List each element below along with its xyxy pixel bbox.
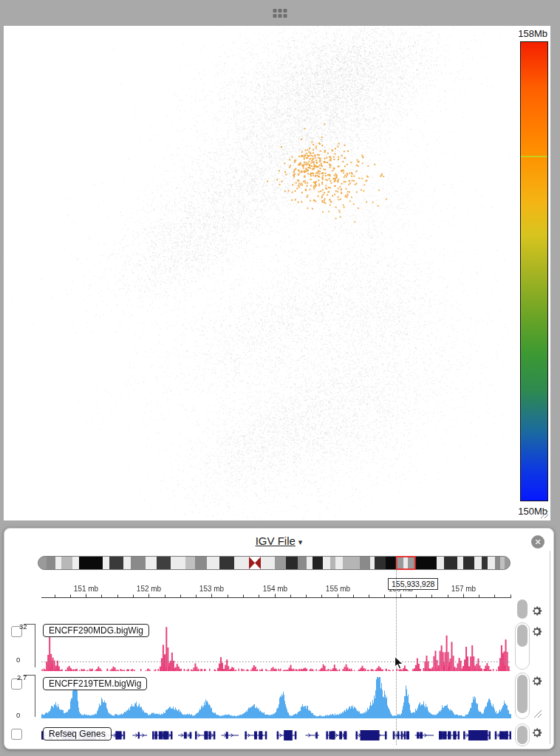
track1-label[interactable]: ENCFF290MDG.bigWig — [43, 624, 149, 637]
drag-dot — [279, 14, 282, 18]
close-icon: ✕ — [534, 537, 541, 546]
genes-gear-icon[interactable] — [530, 726, 543, 739]
drag-dot — [273, 14, 277, 18]
track1-gear-icon[interactable] — [530, 625, 543, 638]
track1-scroll-thumb[interactable] — [517, 625, 527, 647]
drag-dot — [273, 9, 277, 13]
genes-checkbox[interactable] — [11, 729, 22, 740]
track2-scale-bracket — [24, 675, 35, 717]
colorbar-marker — [521, 156, 547, 157]
igv-panel: IGV File▾ ✕ 155,933,928 32 0 ENCFF290MDG… — [4, 528, 554, 749]
close-button[interactable]: ✕ — [531, 535, 544, 549]
colorbar-max-label: 158Mb — [518, 28, 547, 39]
igv-file-dropdown[interactable]: IGV File▾ — [4, 535, 553, 547]
resize-handle-icon[interactable] — [540, 510, 549, 519]
chevron-down-icon: ▾ — [298, 537, 303, 546]
track-canvas-refseq-genes[interactable] — [41, 726, 511, 745]
genes-track-label[interactable]: Refseq Genes — [43, 727, 112, 740]
track2-scroll-thumb[interactable] — [517, 675, 527, 713]
track1-scale-bracket — [24, 624, 35, 667]
drag-dot — [284, 9, 287, 13]
scatter-plot-panel: 158Mb 150Mb — [4, 26, 550, 520]
drag-dot — [279, 9, 282, 13]
colorbar-gradient — [520, 41, 548, 501]
scatter-canvas[interactable] — [4, 26, 550, 520]
track2-gear-icon[interactable] — [530, 675, 543, 687]
track2-label[interactable]: ENCFF219TEM.bigWig — [43, 677, 147, 690]
right-gutter — [550, 551, 550, 744]
track1-scale-min: 0 — [16, 656, 20, 664]
genes-scroll-thumb[interactable] — [517, 726, 527, 744]
drag-dot — [284, 14, 287, 18]
igv-file-label: IGV File — [256, 535, 296, 547]
ruler-scroll-thumb[interactable] — [517, 599, 527, 619]
genome-ruler[interactable] — [41, 582, 511, 599]
track2-resize-handle-icon[interactable] — [533, 709, 542, 718]
ruler-gear-icon[interactable] — [530, 605, 543, 617]
track2-scale-min: 0 — [16, 711, 20, 719]
drag-handle[interactable] — [273, 9, 287, 18]
chromosome-ideogram[interactable] — [38, 556, 511, 570]
colorbar-panel: 158Mb 150Mb — [515, 26, 550, 520]
